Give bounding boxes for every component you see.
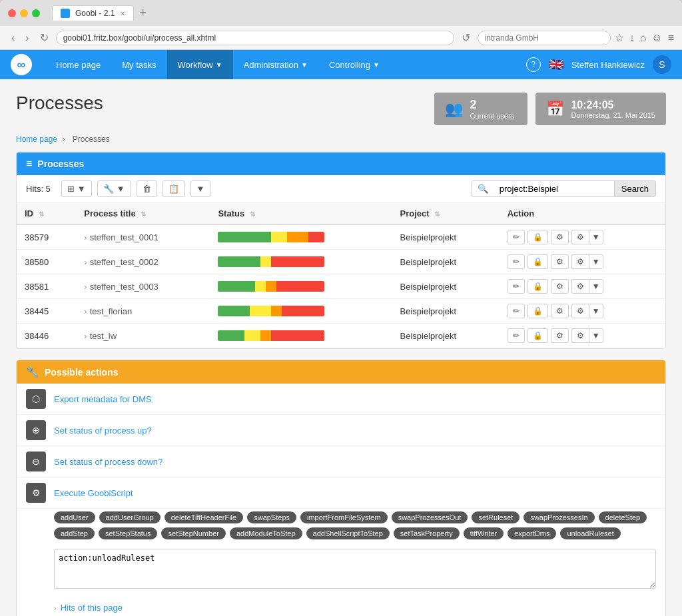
process-title-text: test_florian [90,306,133,316]
reload-button[interactable]: ↻ [37,30,52,45]
cog-button[interactable]: ⚙ [551,328,569,343]
script-tag[interactable]: swapProzessesIn [523,511,594,523]
cog-button[interactable]: ⚙ [551,230,569,244]
project-sort-icon[interactable]: ⇅ [434,210,440,218]
edit-button[interactable]: ✏ [508,328,525,343]
action-row-status-down: ⊖ Set status of process down? [17,446,665,477]
lock-button[interactable]: 🔒 [527,304,548,318]
script-tag[interactable]: swapProzessesOut [392,511,468,523]
edit-button[interactable]: ✏ [508,254,525,269]
cell-title: ›steffen_test_0002 [76,250,210,274]
title-sort-icon[interactable]: ⇅ [141,210,146,218]
execute-script-link[interactable]: Execute GoobiScript [54,488,133,498]
nav-item-home[interactable]: Home page [45,50,111,79]
search-submit-button[interactable]: Search [614,181,655,196]
lock-button[interactable]: 🔒 [527,279,548,294]
status-up-link[interactable]: Set status of process up? [54,426,152,436]
browser-tab-active[interactable]: Goobi - 2.1 ✕ [52,5,134,21]
script-tag[interactable]: setRuleset [472,511,519,523]
more-arrow-button[interactable]: ▼ [589,230,603,244]
tab-close-button[interactable]: ✕ [120,10,125,17]
export-button[interactable]: 📋 [163,180,185,197]
cell-title: ›steffen_test_0001 [76,224,210,250]
script-tag[interactable]: setTaskProperty [394,527,460,539]
more-main-button[interactable]: ⚙ [571,304,589,318]
script-tag[interactable]: swapSteps [247,511,296,523]
script-tag[interactable]: setStepStatus [99,527,158,539]
profile-icon[interactable]: ☺ [651,32,662,44]
script-tag[interactable]: addShellScriptToStep [306,527,390,539]
maximize-window-button[interactable] [32,9,40,17]
back-button[interactable]: ‹ [8,31,18,45]
filter-button[interactable]: ▼ [190,180,211,197]
refresh-button[interactable]: ↺ [458,30,474,45]
id-sort-icon[interactable]: ⇅ [39,210,44,218]
nav-item-admin[interactable]: Administration ▼ [233,50,318,79]
script-tag[interactable]: tiffWriter [464,527,504,539]
edit-button[interactable]: ✏ [508,304,525,318]
forward-button[interactable]: › [22,31,32,45]
script-textarea[interactable]: action:unloadRuleset [54,549,656,589]
cog-button[interactable]: ⚙ [551,279,569,294]
menu-icon[interactable]: ≡ [668,32,674,44]
more-main-button[interactable]: ⚙ [571,254,589,269]
close-window-button[interactable] [8,9,16,17]
more-arrow-button[interactable]: ▼ [589,279,603,294]
more-main-button[interactable]: ⚙ [571,230,589,244]
script-tag[interactable]: deleteTiffHeaderFile [165,511,243,523]
lock-button[interactable]: 🔒 [527,254,548,269]
script-tag[interactable]: deleteStep [599,511,647,523]
help-button[interactable]: ? [526,57,541,72]
script-tag[interactable]: addModuleToStep [230,527,302,539]
more-main-button[interactable]: ⚙ [571,279,589,294]
script-tag[interactable]: exportDms [508,527,556,539]
row-action-buttons: ✏ 🔒 ⚙ ⚙ ▼ [508,230,657,244]
script-tag[interactable]: addUserGroup [99,511,161,523]
columns-button[interactable]: ⊞ ▼ [61,180,92,197]
browser-search-input[interactable] [478,31,611,45]
browser-tabs: Goobi - 2.1 ✕ + [52,5,147,21]
more-main-button[interactable]: ⚙ [571,328,589,343]
breadcrumb-home[interactable]: Home page [16,135,57,144]
minimize-window-button[interactable] [20,9,28,17]
cell-title: ›test_florian [76,299,210,324]
script-tag[interactable]: importFromFileSystem [300,511,388,523]
nav-item-controlling[interactable]: Controlling ▼ [318,50,390,79]
nav-item-workflow[interactable]: Workflow ▼ [167,50,233,79]
download-icon[interactable]: ↓ [629,32,635,44]
status-sort-icon[interactable]: ⇅ [250,210,255,218]
edit-button[interactable]: ✏ [508,279,525,294]
home-icon[interactable]: ⌂ [640,32,647,44]
lock-button[interactable]: 🔒 [527,328,548,343]
hits-of-page-row[interactable]: › Hits of this page [54,601,656,614]
settings-button[interactable]: 🔧 ▼ [97,180,131,197]
cell-id: 38446 [17,324,76,348]
script-tag[interactable]: addStep [54,527,95,539]
cell-status [210,299,392,324]
page-header: Processes 👥 2 Current users 📅 10:24:05 D… [0,79,682,132]
more-arrow-button[interactable]: ▼ [589,304,603,318]
nav-item-tasks[interactable]: My tasks [111,50,167,79]
export-metadata-link[interactable]: Export metadata for DMS [54,394,152,404]
lock-button[interactable]: 🔒 [527,230,548,244]
status-bar [218,330,324,341]
row-chevron-icon: › [84,306,87,316]
search-icon-button[interactable]: 🔍 [472,181,494,196]
status-down-link[interactable]: Set status of process down? [54,457,163,467]
delete-button[interactable]: 🗑 [137,180,157,197]
more-arrow-button[interactable]: ▼ [589,254,603,269]
cog-button[interactable]: ⚙ [551,304,569,318]
address-input[interactable] [56,31,454,45]
script-tag[interactable]: addUser [54,511,95,523]
traffic-lights [8,9,40,17]
edit-button[interactable]: ✏ [508,230,525,244]
new-tab-button[interactable]: + [139,6,147,20]
bookmark-icon[interactable]: ☆ [615,31,624,44]
search-field[interactable] [494,181,614,196]
cog-button[interactable]: ⚙ [551,254,569,269]
script-tag[interactable]: setStepNumber [161,527,225,539]
script-tag[interactable]: unloadRuleset [560,527,620,539]
language-flag[interactable]: 🇬🇧 [549,57,563,72]
more-arrow-button[interactable]: ▼ [589,328,603,343]
hits-of-page-label[interactable]: Hits of this page [61,603,123,613]
